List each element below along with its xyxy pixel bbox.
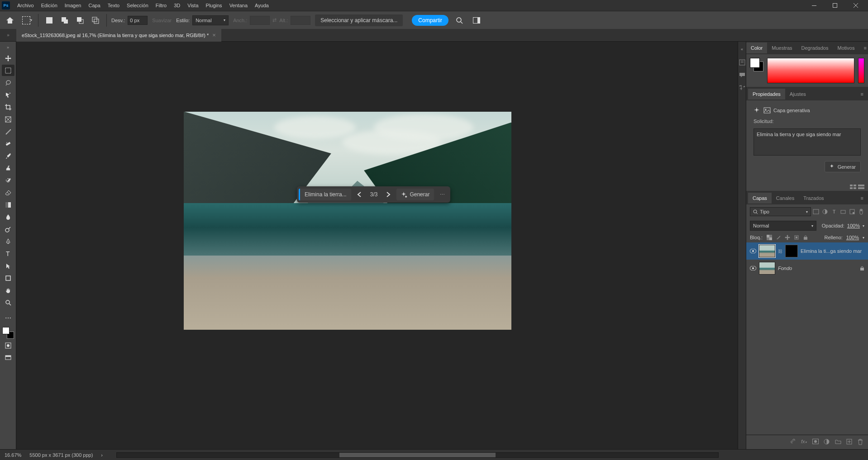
canvas-area[interactable]: Elimina la tierra... 3/3 Generar ⋯ xyxy=(16,42,738,449)
variation-next-button[interactable] xyxy=(382,188,395,201)
tab-paths[interactable]: Trazados xyxy=(799,193,828,204)
visibility-toggle-icon[interactable] xyxy=(750,266,756,270)
tab-properties[interactable]: Propiedades xyxy=(748,89,785,100)
hue-slider[interactable] xyxy=(858,58,864,83)
share-button[interactable]: Compartir xyxy=(412,15,448,26)
delete-layer-icon[interactable] xyxy=(858,439,864,446)
document-dimensions[interactable]: 5500 px x 3671 px (300 ppp) xyxy=(29,452,93,458)
menu-archivo[interactable]: Archivo xyxy=(14,1,38,10)
tab-gradients[interactable]: Degradados xyxy=(797,43,833,53)
filter-adjustment-icon[interactable] xyxy=(822,209,828,215)
selection-add-icon[interactable] xyxy=(58,14,71,27)
filter-shape-icon[interactable] xyxy=(840,209,846,215)
lock-artboard-icon[interactable] xyxy=(793,234,800,241)
panel-menu-icon[interactable]: ≡ xyxy=(856,89,868,100)
foreground-background-colors[interactable] xyxy=(2,327,14,339)
prompt-textarea[interactable]: Elimina la tierra y que siga siendo mar xyxy=(754,128,861,156)
mask-link-icon[interactable]: ⛓ xyxy=(778,249,782,254)
lock-all-icon[interactable] xyxy=(802,234,809,241)
history-brush-tool[interactable] xyxy=(2,175,14,186)
generate-button[interactable]: Generar xyxy=(396,189,434,200)
opacity-value[interactable]: 100% xyxy=(847,223,860,228)
tab-close-icon[interactable]: × xyxy=(212,32,216,38)
layer-row[interactable]: Fondo xyxy=(746,260,868,277)
window-maximize-button[interactable] xyxy=(825,0,845,11)
layer-thumbnail[interactable] xyxy=(759,262,775,275)
status-chevron-icon[interactable]: › xyxy=(101,452,103,458)
hand-tool[interactable] xyxy=(2,285,14,296)
search-icon[interactable] xyxy=(453,14,466,27)
document-tab[interactable]: eStock_119263068.jpeg al 16,7% (Elimina … xyxy=(16,29,221,42)
dodge-tool[interactable] xyxy=(2,223,14,235)
quick-mask-icon[interactable] xyxy=(2,340,14,351)
properties-generate-button[interactable]: Generar xyxy=(825,161,861,172)
filter-smart-icon[interactable] xyxy=(849,209,855,215)
expand-tabs-icon[interactable]: » xyxy=(7,33,10,38)
panel-menu-icon[interactable]: ≡ xyxy=(856,193,868,204)
new-adjustment-icon[interactable] xyxy=(824,439,830,446)
lock-pixels-icon[interactable] xyxy=(775,234,782,241)
lock-position-icon[interactable] xyxy=(784,234,791,241)
document-canvas[interactable] xyxy=(184,112,511,330)
foreground-color-swatch[interactable] xyxy=(2,327,10,334)
dock-comments-icon[interactable] xyxy=(739,71,746,79)
menu-texto[interactable]: Texto xyxy=(104,1,123,10)
menu-seleccion[interactable]: Selección xyxy=(123,1,152,10)
type-tool[interactable]: T xyxy=(2,248,14,259)
new-layer-icon[interactable] xyxy=(846,439,853,446)
home-button[interactable] xyxy=(4,14,16,27)
workspace-icon[interactable] xyxy=(470,14,483,27)
menu-imagen[interactable]: Imagen xyxy=(61,1,85,10)
layer-row[interactable]: ⛓ Elimina la ti...ga siendo mar xyxy=(746,242,868,260)
gradient-tool[interactable] xyxy=(2,199,14,210)
window-close-button[interactable] xyxy=(845,0,866,11)
menu-plugins[interactable]: Plugins xyxy=(202,1,226,10)
dock-history-icon[interactable] xyxy=(739,59,746,66)
marquee-tool[interactable] xyxy=(2,65,14,76)
horizontal-scrollbar[interactable] xyxy=(116,452,719,458)
quick-selection-tool[interactable] xyxy=(2,89,14,100)
dock-adjustments-icon[interactable] xyxy=(739,84,746,91)
color-fg-bg[interactable] xyxy=(750,58,763,71)
variation-prev-button[interactable] xyxy=(353,188,366,201)
color-spectrum[interactable] xyxy=(767,58,854,83)
healing-tool[interactable] xyxy=(2,138,14,149)
eraser-tool[interactable] xyxy=(2,187,14,198)
selection-new-icon[interactable] xyxy=(43,14,56,27)
filter-toggle-icon[interactable] xyxy=(858,209,864,215)
toolbar-expand-icon[interactable]: » xyxy=(5,43,11,52)
tab-patterns[interactable]: Motivos xyxy=(833,43,859,53)
tab-channels[interactable]: Canales xyxy=(772,193,799,204)
new-group-icon[interactable] xyxy=(835,439,842,446)
lasso-tool[interactable] xyxy=(2,77,14,88)
layer-name[interactable]: Elimina la ti...ga siendo mar xyxy=(801,248,864,254)
tab-color[interactable]: Color xyxy=(746,43,767,53)
style-select[interactable]: Normal▾ xyxy=(192,15,229,25)
eyedropper-tool[interactable] xyxy=(2,126,14,137)
fill-value[interactable]: 100% xyxy=(846,235,859,240)
edit-toolbar-icon[interactable]: ⋯ xyxy=(2,312,14,323)
layer-filter-select[interactable]: Tipo▾ xyxy=(750,207,811,216)
marquee-tool-indicator[interactable]: ▾ xyxy=(21,14,33,27)
dock-expand-icon[interactable]: « xyxy=(739,45,745,53)
shape-tool[interactable] xyxy=(2,272,14,284)
selection-subtract-icon[interactable] xyxy=(74,14,86,27)
panel-menu-icon[interactable]: ≡ xyxy=(859,43,868,53)
add-mask-icon[interactable] xyxy=(812,439,819,446)
move-tool[interactable] xyxy=(2,52,14,64)
visibility-toggle-icon[interactable] xyxy=(750,249,756,253)
generative-prompt-display[interactable]: Elimina la tierra... xyxy=(299,189,351,200)
view-grid-icon[interactable] xyxy=(850,185,856,189)
menu-filtro[interactable]: Filtro xyxy=(152,1,170,10)
link-layers-icon[interactable] xyxy=(790,439,796,446)
crop-tool[interactable] xyxy=(2,101,14,113)
feather-input[interactable] xyxy=(128,16,148,25)
pen-tool[interactable] xyxy=(2,236,14,247)
blend-mode-select[interactable]: Normal▾ xyxy=(750,221,816,231)
layer-style-icon[interactable]: fx▾ xyxy=(801,439,808,446)
menu-3d[interactable]: 3D xyxy=(170,1,184,10)
layer-thumbnail[interactable] xyxy=(759,245,775,257)
clone-stamp-tool[interactable] xyxy=(2,162,14,174)
layer-mask-thumbnail[interactable] xyxy=(785,245,798,257)
window-minimize-button[interactable] xyxy=(804,0,825,11)
